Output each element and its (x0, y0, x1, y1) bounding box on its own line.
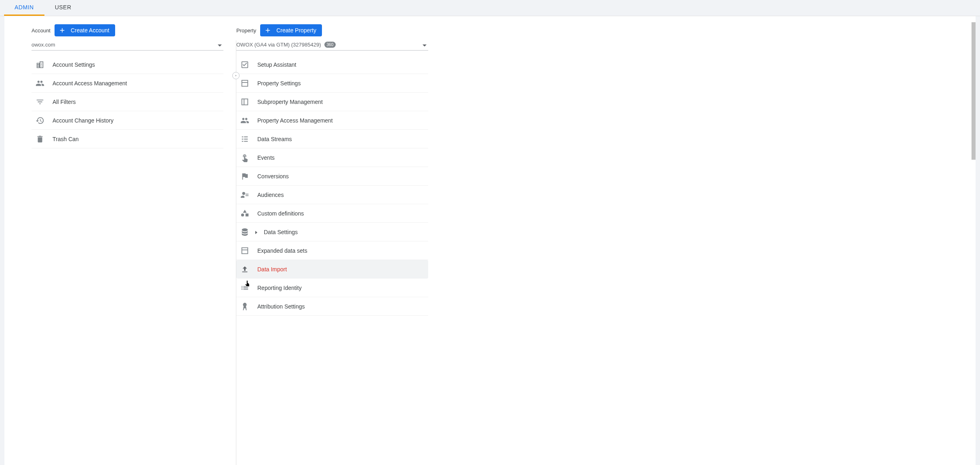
menu-item-custom-definitions[interactable]: Custom definitions (236, 204, 428, 223)
menu-item-label: Attribution Settings (257, 303, 305, 310)
building-icon (36, 60, 44, 69)
menu-item-setup-assistant[interactable]: Setup Assistant (236, 55, 428, 74)
menu-item-audiences[interactable]: Audiences (236, 186, 428, 204)
menu-item-label: Data Import (257, 266, 287, 273)
scrollbar-thumb[interactable] (972, 22, 976, 160)
menu-item-label: Conversions (257, 173, 289, 180)
menu-item-label: Expanded data sets (257, 247, 307, 254)
people-icon (240, 116, 249, 125)
layout-side-icon (240, 97, 249, 106)
menu-item-label: Data Settings (264, 229, 298, 235)
arrow-right-circle-icon (234, 74, 238, 78)
menu-item-account-history[interactable]: Account Change History (32, 111, 223, 130)
filter-icon (36, 97, 44, 106)
create-account-button[interactable]: Create Account (55, 24, 115, 36)
menu-item-expanded-data-sets[interactable]: Expanded data sets (236, 241, 428, 260)
create-property-label: Create Property (276, 27, 316, 34)
identity-icon (240, 283, 249, 292)
account-header-label: Account (32, 27, 50, 34)
property-menu: Setup Assistant Property Settings Subpro… (236, 55, 428, 316)
property-column-header: Property Create Property (236, 24, 428, 36)
menu-item-label: Audiences (257, 192, 284, 198)
menu-item-label: Property Settings (257, 80, 301, 87)
menu-item-label: Events (257, 154, 275, 161)
badge-360: 360 (324, 42, 336, 48)
property-selector-name: OWOX (GA4 via GTM) (327985429) (236, 42, 321, 48)
plus-icon (264, 27, 271, 34)
person-list-icon (240, 190, 249, 199)
menu-item-property-access[interactable]: Property Access Management (236, 111, 428, 130)
menu-item-reporting-identity[interactable]: Reporting Identity (236, 279, 428, 297)
menu-item-all-filters[interactable]: All Filters (32, 93, 223, 111)
shapes-icon (240, 209, 249, 218)
upload-icon (240, 265, 249, 274)
property-selector-label: OWOX (GA4 via GTM) (327985429) 360 (236, 42, 336, 48)
menu-item-label: Account Settings (53, 61, 95, 68)
menu-item-label: Data Streams (257, 136, 292, 142)
tab-user[interactable]: USER (44, 0, 82, 16)
tab-admin[interactable]: ADMIN (4, 0, 44, 16)
caret-right-icon (257, 229, 261, 235)
menu-item-subproperty-management[interactable]: Subproperty Management (236, 93, 428, 111)
people-icon (36, 79, 44, 88)
layout-icon (240, 79, 249, 88)
account-selector[interactable]: owox.com (32, 39, 223, 51)
account-column-header: Account Create Account (32, 24, 223, 36)
create-account-label: Create Account (71, 27, 109, 34)
attribution-icon (240, 302, 249, 311)
menu-item-label: Account Access Management (53, 80, 127, 87)
menu-item-data-import[interactable]: Data Import (236, 260, 428, 279)
menu-item-label: Reporting Identity (257, 285, 302, 291)
menu-item-data-settings[interactable]: Data Settings (236, 223, 428, 241)
checkbox-icon (240, 60, 249, 69)
collapse-column-button[interactable] (232, 72, 240, 79)
caret-down-icon (423, 41, 427, 48)
menu-item-label: Custom definitions (257, 210, 304, 217)
layout-icon (240, 246, 249, 255)
create-property-button[interactable]: Create Property (260, 24, 322, 36)
menu-item-label: Property Access Management (257, 117, 333, 124)
account-column: Account Create Account owox.com Account … (32, 16, 223, 465)
streams-icon (240, 135, 249, 144)
menu-item-label: Subproperty Management (257, 99, 323, 105)
flag-icon (240, 172, 249, 181)
menu-item-account-settings[interactable]: Account Settings (32, 55, 223, 74)
menu-item-account-access[interactable]: Account Access Management (32, 74, 223, 93)
main-panel: Account Create Account owox.com Account … (4, 16, 976, 465)
menu-item-label: Account Change History (53, 117, 114, 124)
menu-item-label: Setup Assistant (257, 61, 297, 68)
property-header-label: Property (236, 27, 256, 34)
plus-icon (59, 27, 66, 34)
menu-item-data-streams[interactable]: Data Streams (236, 130, 428, 148)
menu-item-label: All Filters (53, 99, 76, 105)
property-column: Property Create Property OWOX (GA4 via G… (236, 16, 428, 465)
menu-item-property-settings[interactable]: Property Settings (236, 74, 428, 93)
caret-down-icon (218, 41, 222, 48)
property-selector[interactable]: OWOX (GA4 via GTM) (327985429) 360 (236, 39, 428, 51)
menu-item-events[interactable]: Events (236, 148, 428, 167)
touch-icon (240, 153, 249, 162)
menu-item-conversions[interactable]: Conversions (236, 167, 428, 186)
menu-item-label: Trash Can (53, 136, 79, 142)
menu-item-trash-can[interactable]: Trash Can (32, 130, 223, 148)
account-selector-label: owox.com (32, 42, 55, 48)
menu-item-attribution-settings[interactable]: Attribution Settings (236, 297, 428, 316)
tabbar: ADMIN USER (0, 0, 980, 16)
database-icon (240, 228, 249, 237)
account-menu: Account Settings Account Access Manageme… (32, 55, 223, 148)
history-icon (36, 116, 44, 125)
trash-icon (36, 135, 44, 144)
